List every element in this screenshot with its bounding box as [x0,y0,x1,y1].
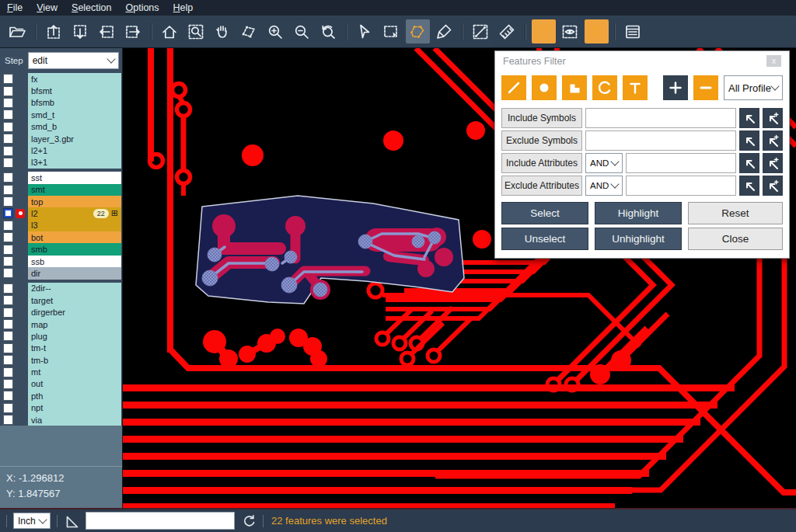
filter-line-button[interactable] [501,75,526,100]
layer-visibility-checkbox[interactable] [3,146,13,156]
pan-button[interactable] [211,19,235,43]
criteria-input[interactable] [626,176,736,196]
filter-surface-button[interactable] [562,75,587,100]
criteria-input[interactable] [585,130,736,151]
ruler-button[interactable] [495,19,519,43]
layer-visibility-checkbox[interactable] [3,172,13,183]
open-folder-button[interactable] [5,19,30,43]
layer-row[interactable]: layer_3.gbr ⊞ [0,133,122,144]
layer-visibility-checkbox[interactable] [3,74,13,84]
pick-add-button[interactable] [763,108,783,128]
layer-row[interactable]: fx ⊞ [0,73,122,85]
measure-button[interactable] [469,19,493,43]
layer-visibility-checkbox[interactable] [3,134,13,144]
layer-row[interactable]: ssb ⊞ [0,256,122,267]
layer-row[interactable]: map ⊞ [0,318,122,330]
shift-step-down-button[interactable] [68,19,93,43]
layer-visibility-checkbox[interactable] [3,379,13,389]
pick-button[interactable] [739,153,759,173]
layer-row[interactable]: bfsmt ⊞ [0,85,122,96]
layer-row[interactable]: tm-b ⊞ [0,354,122,366]
layer-row[interactable]: bfsmb ⊞ [0,97,122,109]
layer-row[interactable]: 2dir-- ⊞ [0,283,122,294]
layer-row[interactable]: out ⊞ [0,378,122,390]
menu-help[interactable]: Help [166,0,201,16]
layer-visibility-checkbox[interactable] [3,232,13,242]
layer-visibility-checkbox[interactable] [3,319,13,329]
layer-table-icon[interactable]: ⊞ [111,209,118,217]
layer-visibility-checkbox[interactable] [3,403,13,413]
pick-button[interactable] [739,130,759,151]
layer-row[interactable]: plug ⊞ [0,330,122,342]
layer-row[interactable]: l3 ⊞ [0,220,122,231]
layer-row[interactable]: smd_b ⊞ [0,121,122,133]
menu-selection[interactable]: Selection [65,0,118,16]
forms-editor-button[interactable] [621,19,645,43]
layer-visibility-checkbox[interactable] [3,343,13,353]
criteria-label-button[interactable]: Exclude Attributes [501,176,582,196]
highlight-button[interactable]: Highlight [595,202,682,224]
layer-row[interactable]: smd_t ⊞ [0,109,122,120]
layer-row[interactable]: top ⊞ [0,196,122,207]
pick-button[interactable] [739,176,759,196]
criteria-label-button[interactable]: Include Attributes [501,153,582,173]
layer-row[interactable]: l3+1 ⊞ [0,157,122,169]
filter-add-button[interactable] [663,75,688,100]
unhighlight-button[interactable]: Unhighlight [595,228,682,250]
zoom-previous-button[interactable] [316,19,340,43]
view-options-button[interactable] [558,19,582,43]
layer-row[interactable]: smt ⊞ [0,184,122,196]
menu-file[interactable]: File [0,0,30,16]
layer-visibility-checkbox[interactable] [3,158,13,168]
layer-visibility-checkbox[interactable] [3,110,13,120]
and-or-select[interactable]: AND [585,176,623,196]
command-input[interactable] [86,512,235,530]
step-select[interactable]: edit [28,52,119,69]
snap-button[interactable] [585,19,609,43]
refresh-icon[interactable] [241,513,257,529]
polygon-select-button[interactable] [406,19,430,43]
criteria-input[interactable] [585,108,736,128]
drag-polygon-button[interactable] [237,19,261,43]
filter-pad-button[interactable] [532,75,557,100]
layer-visibility-checkbox[interactable] [3,331,13,341]
layer-row[interactable]: l2 22 ⊞ [0,207,122,219]
dialog-title-bar[interactable]: Features Filter x [495,51,789,71]
shift-step-left-button[interactable] [95,19,119,43]
features-filter-button[interactable] [532,19,556,43]
layer-visibility-checkbox[interactable] [3,185,13,195]
select-pointer-button[interactable] [353,19,377,43]
pick-add-button[interactable] [763,153,783,173]
layer-visibility-checkbox[interactable] [3,256,13,266]
layer-visibility-checkbox[interactable] [3,308,13,318]
filter-arc-button[interactable] [592,75,617,100]
layer-visibility-checkbox[interactable] [3,295,13,305]
filter-text-button[interactable] [623,75,648,100]
layer-row[interactable]: smb ⊞ [0,243,122,255]
layer-row[interactable]: dir ⊞ [0,267,122,279]
layer-visibility-checkbox[interactable] [3,355,13,365]
shift-step-up-button[interactable] [42,19,66,43]
reset-button[interactable]: Reset [688,202,783,224]
layer-visibility-checkbox[interactable] [3,221,13,231]
layer-visibility-checkbox[interactable] [3,98,13,108]
menu-view[interactable]: View [30,0,65,16]
pick-button[interactable] [739,108,759,128]
layer-row[interactable]: tm-t ⊞ [0,342,122,354]
shift-step-right-button[interactable] [121,19,145,43]
layer-visibility-checkbox[interactable] [3,415,13,425]
layer-row[interactable]: npt ⊞ [0,402,122,414]
and-or-select[interactable]: AND [585,153,623,173]
layer-row[interactable]: pth ⊞ [0,390,122,402]
filter-remove-button[interactable] [693,75,718,100]
layer-row[interactable]: dirgerber ⊞ [0,306,122,318]
layer-visibility-checkbox[interactable] [3,86,13,96]
rectangle-select-button[interactable] [379,19,403,43]
layer-visibility-checkbox[interactable] [3,391,13,401]
layer-visibility-checkbox[interactable] [3,245,13,255]
criteria-label-button[interactable]: Exclude Symbols [501,130,582,151]
units-select[interactable]: Inch [13,513,51,529]
layer-visibility-checkbox[interactable] [3,268,13,278]
layer-visibility-checkbox[interactable] [3,208,13,218]
layer-visibility-checkbox[interactable] [3,196,13,207]
